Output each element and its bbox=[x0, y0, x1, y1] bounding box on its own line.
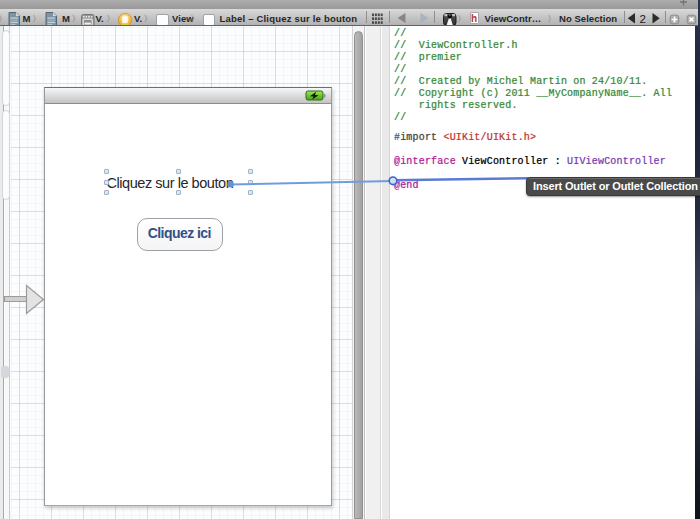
svg-text:2: 2 bbox=[640, 13, 646, 25]
